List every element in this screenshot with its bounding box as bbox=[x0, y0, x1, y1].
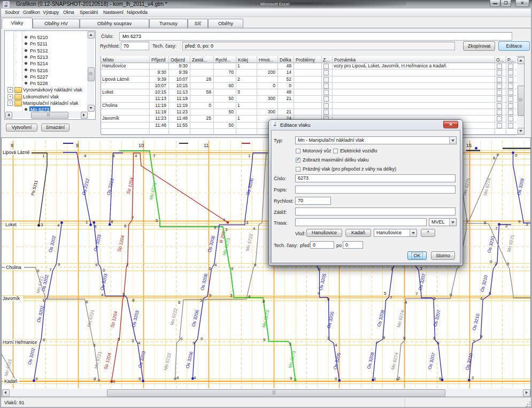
svg-text:8: 8 bbox=[403, 336, 406, 341]
svg-text:0: 0 bbox=[335, 376, 337, 381]
svg-text:4: 4 bbox=[335, 343, 337, 348]
svg-text:5: 5 bbox=[118, 337, 120, 342]
svg-text:5: 5 bbox=[263, 337, 266, 342]
svg-text:4: 4 bbox=[101, 292, 104, 297]
svg-text:5: 5 bbox=[200, 298, 203, 303]
svg-text:4: 4 bbox=[84, 153, 87, 158]
svg-text:10: 10 bbox=[138, 143, 144, 148]
svg-text:1: 1 bbox=[42, 153, 45, 158]
svg-text:9: 9 bbox=[122, 292, 125, 297]
svg-text:5: 5 bbox=[156, 218, 158, 223]
svg-text:1: 1 bbox=[248, 153, 251, 158]
svg-text:Kadaň: Kadaň bbox=[4, 379, 18, 384]
svg-text:7: 7 bbox=[132, 215, 134, 220]
svg-text:7: 7 bbox=[390, 295, 392, 300]
svg-text:4: 4 bbox=[214, 263, 217, 267]
svg-text:7: 7 bbox=[415, 291, 418, 296]
svg-text:9: 9 bbox=[209, 293, 212, 298]
svg-text:6: 6 bbox=[327, 297, 330, 302]
svg-text:8: 8 bbox=[263, 299, 265, 304]
svg-text:3: 3 bbox=[230, 293, 233, 298]
svg-text:3: 3 bbox=[225, 227, 228, 232]
svg-text:9: 9 bbox=[254, 263, 257, 267]
svg-text:1: 1 bbox=[466, 218, 468, 222]
svg-text:0: 0 bbox=[437, 341, 440, 345]
svg-text:7: 7 bbox=[495, 226, 498, 231]
svg-text:9: 9 bbox=[76, 143, 79, 148]
svg-text:Horní Heřmanice: Horní Heřmanice bbox=[3, 340, 37, 345]
svg-text:Cholina: Cholina bbox=[6, 265, 21, 270]
svg-text:9: 9 bbox=[192, 341, 195, 345]
svg-text:9: 9 bbox=[58, 262, 60, 267]
svg-text:9: 9 bbox=[214, 225, 217, 230]
svg-text:0: 0 bbox=[180, 336, 183, 341]
svg-text:2: 2 bbox=[495, 261, 497, 266]
svg-text:8: 8 bbox=[132, 298, 135, 303]
svg-text:4: 4 bbox=[194, 375, 196, 380]
svg-text:6: 6 bbox=[178, 300, 181, 305]
svg-text:0: 0 bbox=[37, 268, 40, 273]
svg-text:9: 9 bbox=[95, 263, 98, 267]
svg-text:15: 15 bbox=[466, 143, 472, 148]
svg-text:3: 3 bbox=[289, 342, 291, 347]
svg-text:7: 7 bbox=[49, 267, 52, 272]
svg-text:9: 9 bbox=[383, 335, 385, 340]
svg-text:0: 0 bbox=[515, 153, 518, 158]
svg-text:4: 4 bbox=[253, 226, 256, 231]
svg-text:0: 0 bbox=[103, 268, 105, 273]
svg-text:9: 9 bbox=[231, 266, 234, 271]
svg-text:3: 3 bbox=[526, 222, 528, 227]
svg-text:0: 0 bbox=[113, 379, 115, 384]
svg-text:3: 3 bbox=[93, 343, 96, 348]
svg-text:5: 5 bbox=[439, 376, 442, 381]
svg-text:4: 4 bbox=[480, 296, 483, 301]
svg-text:6: 6 bbox=[86, 299, 88, 304]
svg-text:9: 9 bbox=[507, 261, 510, 266]
svg-text:1: 1 bbox=[42, 298, 45, 303]
svg-text:7: 7 bbox=[153, 153, 156, 158]
svg-text:6: 6 bbox=[489, 291, 491, 296]
svg-text:3: 3 bbox=[41, 222, 43, 227]
svg-text:5: 5 bbox=[384, 291, 387, 296]
svg-text:9: 9 bbox=[290, 376, 292, 381]
svg-text:6: 6 bbox=[493, 156, 496, 160]
svg-text:3: 3 bbox=[132, 338, 134, 343]
svg-text:4: 4 bbox=[138, 341, 141, 345]
svg-text:9: 9 bbox=[480, 334, 483, 339]
svg-text:7: 7 bbox=[473, 339, 475, 344]
svg-text:0: 0 bbox=[490, 259, 492, 264]
svg-text:9: 9 bbox=[518, 219, 521, 224]
svg-text:1: 1 bbox=[374, 376, 376, 381]
svg-text:6: 6 bbox=[484, 220, 487, 225]
svg-text:Loket: Loket bbox=[5, 222, 17, 227]
svg-text:3: 3 bbox=[246, 220, 249, 225]
svg-text:3: 3 bbox=[420, 266, 422, 271]
svg-text:4: 4 bbox=[57, 223, 60, 228]
svg-text:4: 4 bbox=[176, 375, 179, 380]
svg-text:Javorník: Javorník bbox=[3, 296, 20, 301]
svg-text:3: 3 bbox=[433, 296, 436, 301]
svg-text:8: 8 bbox=[94, 376, 96, 381]
svg-text:9: 9 bbox=[138, 376, 141, 381]
svg-text:2: 2 bbox=[505, 224, 508, 228]
svg-text:2: 2 bbox=[391, 266, 394, 271]
svg-text:6: 6 bbox=[124, 224, 127, 228]
svg-text:2: 2 bbox=[398, 376, 400, 381]
svg-text:7: 7 bbox=[223, 218, 226, 222]
svg-text:2: 2 bbox=[472, 375, 474, 380]
svg-text:9: 9 bbox=[35, 376, 38, 381]
svg-text:3: 3 bbox=[209, 266, 211, 271]
svg-text:4: 4 bbox=[405, 300, 407, 305]
svg-text:4: 4 bbox=[135, 153, 137, 158]
svg-text:8: 8 bbox=[111, 219, 113, 224]
svg-text:6: 6 bbox=[43, 337, 45, 342]
svg-text:9: 9 bbox=[318, 267, 321, 272]
svg-text:2: 2 bbox=[327, 336, 330, 341]
svg-text:11: 11 bbox=[204, 143, 209, 148]
svg-text:5: 5 bbox=[112, 153, 115, 158]
svg-text:8: 8 bbox=[433, 336, 436, 341]
svg-text:8: 8 bbox=[11, 143, 13, 148]
svg-text:0: 0 bbox=[450, 292, 452, 297]
svg-text:0: 0 bbox=[201, 336, 203, 341]
svg-text:4: 4 bbox=[318, 291, 320, 296]
